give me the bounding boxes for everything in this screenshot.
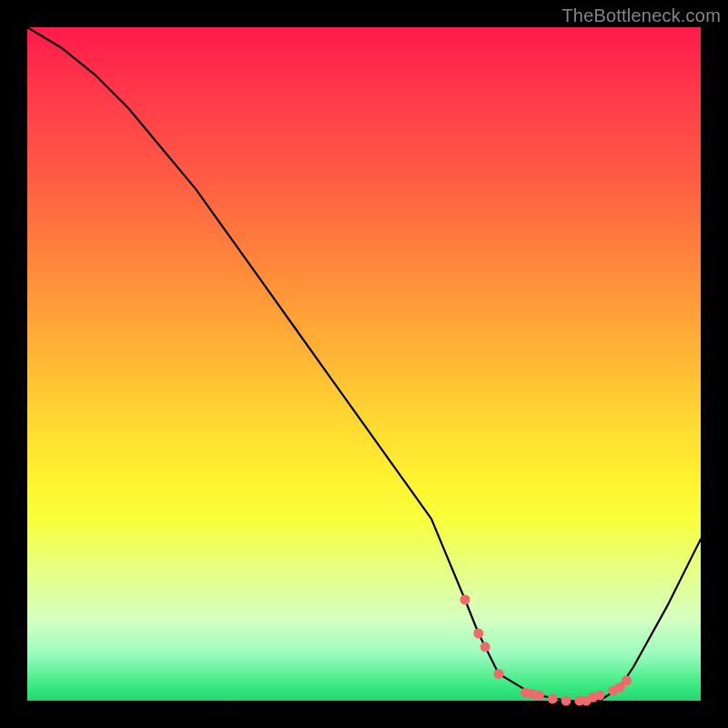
plot-area — [27, 27, 701, 701]
highlight-point — [534, 691, 544, 701]
highlight-point — [561, 696, 571, 706]
bottleneck-curve — [27, 27, 701, 701]
highlight-point — [494, 669, 504, 679]
highlight-point — [622, 675, 632, 685]
highlight-point — [460, 595, 470, 605]
highlight-point — [480, 642, 490, 652]
chart-container: TheBottleneck.com — [0, 0, 728, 728]
highlight-point — [548, 693, 558, 703]
watermark-label: TheBottleneck.com — [561, 5, 721, 26]
highlight-point — [473, 629, 483, 639]
highlight-points — [460, 595, 632, 706]
highlight-point — [595, 691, 605, 701]
chart-svg — [27, 27, 701, 701]
